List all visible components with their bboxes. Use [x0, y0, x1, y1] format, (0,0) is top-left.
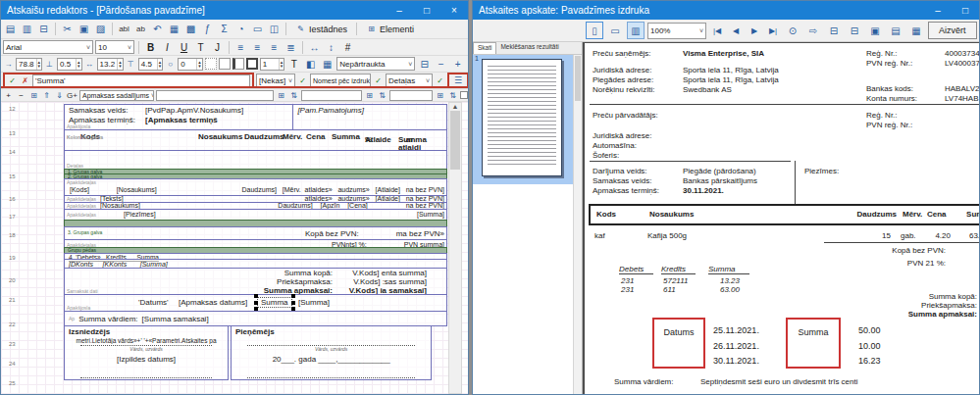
multi-page-icon[interactable]: ▥ [627, 22, 645, 39]
italic-icon[interactable]: I [160, 40, 175, 55]
sort-icon[interactable]: ⇅ [377, 90, 387, 101]
scrollbar-thumb[interactable] [450, 111, 460, 170]
panel-scrollbar[interactable] [573, 55, 582, 394]
underline-icon[interactable]: U [177, 40, 191, 55]
field-expression[interactable]: [Summa samaksai] [142, 315, 209, 323]
last-page-icon[interactable]: ▶| [765, 22, 781, 39]
border-left-button[interactable] [232, 58, 244, 70]
field-expression[interactable]: V.Kods] :sas summa] [340, 277, 427, 286]
rotation-stepper[interactable]: 0▴▾ [178, 58, 203, 71]
picture-tool-icon[interactable]: ▩ [183, 22, 198, 36]
design-vertical-scrollbar[interactable]: ▲ [448, 102, 462, 394]
field-label[interactable]: 'Datums' [138, 298, 169, 307]
issuer-box[interactable]: Izsniedzējs metri.Lietotāja vārds»+' '+«… [64, 325, 229, 380]
add-element-icon[interactable]: + [467, 57, 468, 72]
selection-handle[interactable] [254, 294, 258, 298]
move-up-icon[interactable]: ⇑ [41, 90, 52, 101]
elements-button[interactable]: ⊞ Elementi [361, 22, 419, 37]
border-thick-button[interactable] [246, 58, 258, 70]
border-none-button[interactable] [205, 58, 217, 70]
justify-tool-icon[interactable]: J [210, 40, 225, 55]
cut-icon[interactable]: ✂ [60, 22, 75, 36]
group-field-1[interactable] [156, 90, 274, 101]
payment-band[interactable]: Samaksas veids:[PvdPap.ApmV.Nosaukums] A… [64, 104, 447, 130]
field-expression[interactable]: [Piezīmes] [124, 211, 156, 219]
fill-color-icon[interactable]: ◧ [303, 57, 318, 72]
border-outline-button[interactable] [219, 58, 231, 70]
print-icon[interactable]: ⊟ [36, 22, 51, 36]
image-tool-icon[interactable]: ▦ [167, 22, 181, 36]
field-expression[interactable]: V.Kods] enta summa] [340, 269, 427, 277]
align-center-icon[interactable]: ≡ [250, 40, 265, 55]
paste-icon[interactable]: ▨ [93, 22, 108, 36]
calculator-icon[interactable]: ▦ [907, 22, 925, 39]
selected-thumbnail-row[interactable]: 1 [473, 55, 573, 184]
card-view-icon[interactable]: ☰ [447, 73, 468, 88]
frame-icon[interactable]: ▭ [250, 22, 265, 36]
text-tool-icon[interactable]: T [286, 57, 301, 72]
page-width-icon[interactable]: ▭ [606, 22, 624, 39]
font-family-select[interactable]: Arial˅ [3, 40, 93, 54]
text-color-icon[interactable]: T [193, 40, 208, 55]
line-style-select[interactable]: Nepārtraukta˅ [336, 57, 415, 71]
next-page-icon[interactable]: ▶ [747, 22, 762, 39]
group-header-3-band[interactable]: 3. Grupas galva Kopā bez PVN:ma bez PVN» [64, 226, 447, 240]
previous-page-icon[interactable]: ◀ [728, 22, 744, 39]
details-band[interactable]: Detaļas [64, 150, 447, 170]
drop-after-print-select[interactable]: Nomest pēc izdruk˅ [310, 74, 371, 87]
align-left-icon[interactable]: ≡ [233, 40, 248, 55]
scrollbar-thumb[interactable] [575, 56, 581, 101]
zoom-out-icon[interactable]: − [434, 57, 448, 72]
issue-date-field[interactable]: [Izpildes datums] [69, 355, 224, 364]
maximize-button[interactable]: □ [413, 1, 440, 20]
field-expression[interactable]: [PvdPap.ApmV.Nosaukums] [145, 106, 243, 116]
copy-icon[interactable]: ▣ [77, 22, 91, 36]
chart-icon[interactable]: ◔ [233, 22, 248, 36]
image-fill-icon[interactable]: ▦ [320, 57, 335, 72]
spin-down-icon[interactable]: ▾ [198, 64, 201, 68]
field-expression[interactable]: ma bez PVN» [396, 229, 444, 238]
page-fit-icon[interactable]: ▯ [586, 22, 603, 39]
cancel-cross-icon[interactable]: ✗ [20, 75, 30, 86]
selection-handle[interactable] [291, 294, 295, 298]
grid-icon[interactable]: ⊞ [28, 90, 39, 101]
expression-input[interactable]: 'Summa' [32, 74, 250, 87]
table-icon[interactable]: ⊞ [276, 90, 286, 101]
group-field-2[interactable] [301, 90, 362, 101]
band-select[interactable]: Apmaksas sadalījums˅ [79, 90, 154, 101]
format-select[interactable]: [Nekas]˅ [256, 74, 295, 87]
page-1-thumbnail[interactable] [482, 59, 562, 176]
tab-views[interactable]: Skati [473, 42, 496, 54]
selection-handle[interactable] [291, 301, 295, 305]
bold-icon[interactable]: B [143, 40, 158, 55]
maximize-button[interactable]: □ [952, 1, 979, 20]
group-add-icon[interactable]: G+ [67, 90, 77, 101]
report-design-surface[interactable]: 12 13 14 15 16 17 18 19 20 21 22 23 24 2… [1, 102, 468, 394]
border-width-stepper[interactable]: 1▴▾ [260, 58, 285, 71]
save-all-icon[interactable]: ▥ [20, 22, 34, 36]
field-expression[interactable]: [Summa] [298, 298, 330, 307]
sort-icon[interactable]: ⇅ [288, 90, 299, 101]
column-header-band[interactable]: Kods Nosaukums Daudzums Mērv. Cena Summa… [64, 129, 447, 151]
close-button[interactable]: × [440, 1, 468, 20]
sum-icon[interactable]: Σ [217, 22, 232, 36]
group-field-3[interactable] [389, 90, 433, 101]
field-expression[interactable]: [Nosaukums] [117, 186, 157, 193]
print-if-checkbox[interactable] [460, 91, 468, 99]
apply-check-icon[interactable]: ✓ [7, 75, 18, 86]
first-page-icon[interactable]: |◀ [709, 22, 725, 39]
minimize-button[interactable]: – [386, 1, 413, 20]
copy-icon[interactable]: ▣ [866, 22, 884, 39]
receiver-box[interactable]: Pieņēmējs Vārds, uzvārds 20___. gada ___… [231, 325, 432, 380]
printer-icon[interactable]: ⊟ [417, 57, 432, 72]
find-replace-icon[interactable]: ab [133, 22, 148, 36]
save-icon[interactable]: ▤ [3, 22, 18, 36]
field-expression[interactable]: [Apmaksas termiņš [145, 116, 218, 125]
height-stepper[interactable]: 4.5▴▾ [138, 58, 164, 71]
amount-in-words-band[interactable]: Ap Summa vārdiem: [Summa samaksai] [64, 311, 447, 326]
remove-row-icon[interactable]: − [16, 90, 26, 101]
width-stepper[interactable]: 78.8▴▾ [16, 58, 42, 71]
close-preview-button[interactable]: Aizvērt [928, 22, 977, 39]
subdetail-band-1[interactable]: Apakšdetaļas [Kods][Nosaukums]Daudzums] … [64, 178, 447, 196]
font-size-select[interactable]: 10˅ [95, 40, 134, 54]
